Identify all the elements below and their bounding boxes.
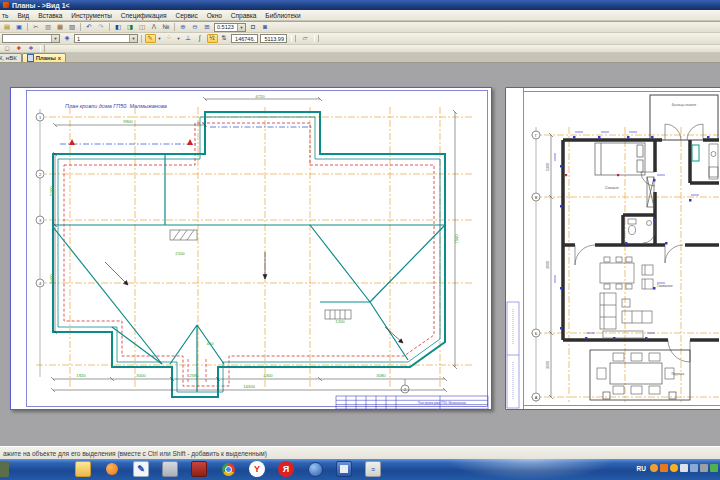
menu-item-biblioteki[interactable]: Библиотеки [265,12,300,19]
style-combobox[interactable]: 1 ▼ [74,34,138,43]
separator [27,23,28,31]
cut-button[interactable]: ✂ [31,23,42,32]
cutoff-app-icon[interactable] [0,461,9,477]
chevron-down-icon[interactable]: ▼ [51,35,59,42]
yandex-browser-icon[interactable]: Y [249,461,265,477]
separator [141,35,142,43]
title-block-text: План кровли дома ГП50. Малмыжанова [418,401,467,405]
marker-red-button[interactable]: ✚ [14,44,25,53]
sheet-roof-plan[interactable]: План кровли дома ГП50. Малмыжанова [10,87,492,410]
zoom-in-button[interactable]: ⊕ [178,23,189,32]
svg-text:Б: Б [535,331,538,336]
office-app-icon[interactable] [336,461,352,477]
new-window-button[interactable]: ◧ [113,23,124,32]
variables-button[interactable]: Λ [149,23,160,32]
toolbar-grip[interactable] [40,45,45,52]
room-label-porch: Крыльцо главное [672,103,697,107]
media-app-icon[interactable] [104,461,120,477]
rotate-view-button[interactable]: ◙ [260,23,271,32]
sheet-floor-plan[interactable]: Г В Б А 5300 3000 3500 Крыльцо главное [505,87,720,410]
snap-dropdown-arrow[interactable]: ▼ [176,34,182,43]
spline-mode-button[interactable]: ∫ [195,34,206,43]
drawing-area[interactable]: План кровли дома ГП50. Малмыжанова [0,63,720,446]
menu-item-servis[interactable]: Сервис [175,12,197,19]
kompas-app-icon[interactable]: ✎ [133,461,149,477]
menu-item-cut-off[interactable]: ть [2,12,8,19]
undo-button[interactable]: ↶ [84,23,95,32]
save-button[interactable]: ▣ [14,23,25,32]
svg-text:1920: 1920 [76,373,86,378]
close-icon[interactable]: x [58,55,61,61]
coordinate-x-field[interactable]: 146746. [231,34,258,43]
svg-text:3500: 3500 [546,361,550,369]
notes-app-icon[interactable]: ≡ [365,461,381,477]
zoom-all-button[interactable]: ⊞ [202,23,213,32]
yandex-icon[interactable]: Я [278,461,294,477]
style-value: 1 [75,36,80,42]
gray-app-icon[interactable] [162,461,178,477]
refresh-view-button[interactable]: ◨ [125,23,136,32]
snap-settings-button[interactable]: ⁘ [164,34,175,43]
zoom-out-button[interactable]: ⊖ [190,23,201,32]
chevron-down-icon[interactable]: ▼ [129,35,137,42]
language-indicator[interactable]: RU [637,465,646,472]
tray-icon-1[interactable] [650,464,658,472]
print-button[interactable]: ▨ [67,23,78,32]
taskbar-glare [420,459,640,480]
toolbar-grip[interactable] [314,35,319,42]
menu-item-spravka[interactable]: Справка [231,12,257,19]
menu-item-instrumenty[interactable]: Инструменты [71,12,112,19]
coordinate-x-value: 146746. [235,36,255,42]
layer-combobox[interactable]: ▼ [2,34,60,43]
layer-manager-button[interactable]: ◈ [62,34,73,43]
document-tabbar: К, нВК Планы x [0,53,720,63]
paste-button[interactable]: ▦ [55,23,66,32]
pencil-dropdown-arrow[interactable]: ▼ [157,34,163,43]
copy-button[interactable]: ▥ [43,23,54,32]
tray-icon-7[interactable] [710,464,718,472]
tray-icon-5[interactable] [690,464,698,472]
half-snap-button[interactable]: ½ [207,34,218,43]
svg-text:Гостиная: Гостиная [657,284,673,288]
menu-item-vstavka[interactable]: Вставка [38,12,62,19]
tray-icon-2[interactable] [660,464,668,472]
edit-mode-button[interactable]: ✎ [145,34,156,43]
zoom-scale-combobox[interactable]: 0.5123 ▼ [214,23,246,32]
red-app-icon[interactable] [191,461,207,477]
open-button[interactable]: ▤ [2,23,13,32]
sheet-settings-button[interactable]: ▢ [2,44,13,53]
floor-plan-svg: Г В Б А 5300 3000 3500 Крыльцо главное [505,87,720,410]
redo-button[interactable]: ↷ [96,23,107,32]
explorer-icon[interactable] [75,461,91,477]
tab-plany-active[interactable]: Планы x [22,53,67,62]
tray-icon-6[interactable] [700,464,708,472]
menu-item-vid[interactable]: Вид [17,12,29,19]
svg-text:14300: 14300 [243,384,255,389]
chrome-icon[interactable] [220,461,236,477]
pan-button[interactable]: ◘ [248,23,259,32]
svg-text:5300: 5300 [546,163,550,171]
ortho-mode-button[interactable]: ⊥ [183,34,194,43]
help-pointer-button[interactable]: № [161,23,172,32]
tab-label: Планы [36,55,56,61]
separator [109,23,110,31]
tray-icon-3[interactable] [670,464,678,472]
drawing-title: План кровли дома ГП50. Малмыжанова [65,103,167,109]
marker-blue-button[interactable]: ❖ [26,44,37,53]
tab-background-document[interactable]: К, нВК [0,53,22,62]
tray-icon-4[interactable] [680,464,688,472]
window-title: Планы - >Вид 1< [12,2,70,9]
chevron-down-icon[interactable]: ▼ [237,24,245,31]
menu-item-specifikaciya[interactable]: Спецификация [121,12,167,19]
menu-item-okno[interactable]: Окно [207,12,222,19]
coordinate-y-field[interactable]: 5113.99 [260,34,287,43]
svg-text:А: А [535,395,538,400]
network-globe-icon[interactable] [307,461,323,477]
coord-mode-button[interactable]: ⇅ [219,34,230,43]
toolbar-grip[interactable] [291,35,296,42]
standard-toolbar: ▤ ▣ ✂ ▥ ▦ ▨ ↶ ↷ ◧ ◨ ◫ Λ № ⊕ ⊖ ⊞ 0.5123 ▼… [0,22,720,33]
extra-tool-button[interactable]: ▱ [300,34,311,43]
separator [174,23,175,31]
separator [80,23,81,31]
show-page-button[interactable]: ◫ [137,23,148,32]
